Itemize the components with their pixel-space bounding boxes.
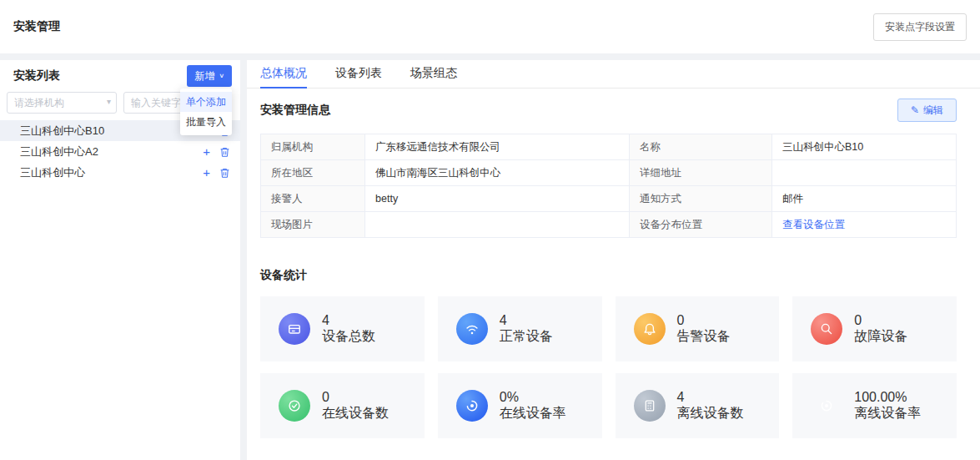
stat-label: 正常设备 <box>500 328 553 346</box>
info-value <box>365 212 630 238</box>
bell-icon <box>634 313 666 345</box>
item-actions: + <box>203 166 230 179</box>
table-row: 所在地区 佛山市南海区三山科创中心 详细地址 <box>261 160 957 186</box>
sidebar-header: 安装列表 新增 ∨ <box>0 60 240 87</box>
info-label: 归属机构 <box>261 134 365 160</box>
tab-overview[interactable]: 总体概况 <box>260 60 307 88</box>
info-label: 所在地区 <box>261 160 365 186</box>
install-list-panel: 安装列表 新增 ∨ ▾ 三山科创中心B10 + 三山科创中心A2 + <box>0 60 240 460</box>
chevron-down-icon: ▾ <box>107 97 111 106</box>
stat-card-fault-devices: 0 故障设备 <box>792 296 957 361</box>
item-actions: + <box>203 145 230 158</box>
info-value <box>771 160 956 186</box>
stat-value: 0% <box>500 390 566 405</box>
magnifier-icon <box>811 313 842 345</box>
stats-section-title: 设备统计 <box>260 268 957 283</box>
menu-item-single-add[interactable]: 单个添加 <box>180 92 232 112</box>
stat-label: 在线设备数 <box>322 405 389 422</box>
stat-value: 100.00% <box>854 390 921 405</box>
add-dropdown-menu: 单个添加 批量导入 <box>180 88 232 135</box>
stat-label: 在线设备率 <box>500 405 566 422</box>
stat-card-alarm-devices: 0 告警设备 <box>616 296 780 361</box>
pencil-icon: ✎ <box>911 104 919 116</box>
list-item-label: 三山科创中心B10 <box>20 124 104 139</box>
add-button-label: 新增 <box>194 69 214 83</box>
chevron-down-icon: ∨ <box>219 73 224 79</box>
stat-card-offline-devices: 4 离线设备数 <box>616 373 780 438</box>
stat-label: 告警设备 <box>677 328 731 346</box>
table-row: 接警人 betty 通知方式 邮件 <box>261 186 957 212</box>
add-child-icon[interactable]: + <box>203 145 210 158</box>
info-label: 现场图片 <box>261 212 365 238</box>
info-label: 设备分布位置 <box>630 212 772 238</box>
stat-label: 离线设备率 <box>854 405 921 422</box>
install-info-table: 归属机构 广东移远通信技术有限公司 名称 三山科创中心B10 所在地区 佛山市南… <box>260 134 957 238</box>
tab-bar: 总体概况 设备列表 场景组态 <box>247 60 980 88</box>
main-panel: 总体概况 设备列表 场景组态 安装管理信息 ✎ 编辑 归属机构 广东移远通信技术… <box>247 60 980 460</box>
list-item-label: 三山科创中心 <box>20 165 85 180</box>
sidebar-title: 安装列表 <box>13 68 60 83</box>
delete-icon[interactable] <box>219 167 230 179</box>
list-item[interactable]: 三山科创中心A2 + <box>0 141 240 162</box>
list-item-label: 三山科创中心A2 <box>20 144 98 159</box>
device-icon <box>279 313 310 345</box>
info-value: 邮件 <box>771 186 956 212</box>
stat-value: 0 <box>677 313 731 328</box>
calculator-icon <box>634 390 666 422</box>
info-value: 三山科创中心B10 <box>771 134 956 160</box>
info-value: betty <box>365 186 630 212</box>
stat-card-online-rate: 0% 在线设备率 <box>438 373 602 438</box>
delete-icon[interactable] <box>219 146 230 158</box>
stat-value: 4 <box>677 390 744 405</box>
stat-label: 故障设备 <box>854 328 907 346</box>
check-circle-icon <box>279 390 310 422</box>
info-label: 通知方式 <box>630 186 772 212</box>
overview-content: 安装管理信息 ✎ 编辑 归属机构 广东移远通信技术有限公司 名称 三山科创中心B… <box>247 99 980 438</box>
info-section-title: 安装管理信息 <box>260 103 330 118</box>
stat-card-online-devices: 0 在线设备数 <box>260 373 425 438</box>
top-bar: 安装管理 安装点字段设置 <box>0 0 980 53</box>
tab-device-list[interactable]: 设备列表 <box>335 60 382 88</box>
ring-icon <box>456 390 488 422</box>
info-label: 接警人 <box>261 186 365 212</box>
stat-label: 离线设备数 <box>677 405 744 422</box>
field-settings-button[interactable]: 安装点字段设置 <box>873 13 967 41</box>
add-child-icon[interactable]: + <box>203 166 210 179</box>
stat-value: 4 <box>500 313 553 328</box>
list-item[interactable]: 三山科创中心 + <box>0 162 240 183</box>
info-section-header: 安装管理信息 ✎ 编辑 <box>260 99 957 122</box>
view-device-location-link[interactable]: 查看设备位置 <box>782 219 845 230</box>
signal-icon <box>456 313 488 345</box>
stat-value: 0 <box>322 390 389 405</box>
stats-cards: 4 设备总数 4 正常设备 0 告警设备 <box>260 296 957 438</box>
menu-item-batch-import[interactable]: 批量导入 <box>180 112 232 132</box>
info-value: 佛山市南海区三山科创中心 <box>365 160 630 186</box>
page-title: 安装管理 <box>13 19 60 34</box>
stat-card-normal-devices: 4 正常设备 <box>438 296 602 361</box>
table-row: 现场图片 设备分布位置 查看设备位置 <box>261 212 957 238</box>
stat-label: 设备总数 <box>322 328 375 346</box>
stat-card-offline-rate: 100.00% 离线设备率 <box>792 373 957 438</box>
add-button[interactable]: 新增 ∨ <box>187 65 232 87</box>
edit-button[interactable]: ✎ 编辑 <box>897 99 957 122</box>
info-value: 广东移远通信技术有限公司 <box>365 134 630 160</box>
stat-card-total-devices: 4 设备总数 <box>260 296 425 361</box>
org-select-input[interactable] <box>7 92 117 114</box>
edit-button-label: 编辑 <box>923 104 943 118</box>
table-row: 归属机构 广东移远通信技术有限公司 名称 三山科创中心B10 <box>261 134 957 160</box>
org-select[interactable]: ▾ <box>7 92 117 114</box>
info-label: 详细地址 <box>630 160 772 186</box>
stat-value: 4 <box>322 313 375 328</box>
stat-value: 0 <box>854 313 907 328</box>
info-label: 名称 <box>630 134 772 160</box>
ring-icon <box>811 390 842 422</box>
tab-scene-config[interactable]: 场景组态 <box>410 60 457 88</box>
